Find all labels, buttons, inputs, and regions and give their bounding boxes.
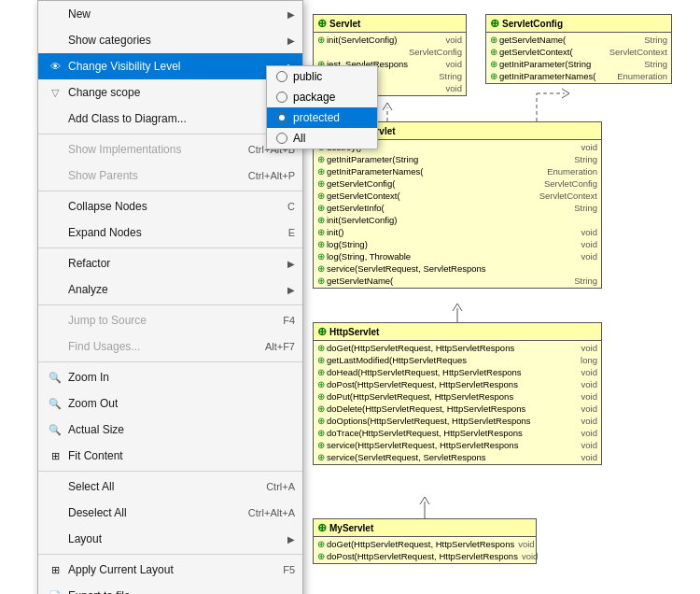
sep-1 (38, 134, 302, 134)
menu-item-zoom-out[interactable]: 🔍 Zoom Out (38, 390, 302, 417)
ms-row-1: ⊕doGet(HttpServletRequest, HttpServletRe… (317, 538, 532, 550)
menu-item-zoom-in[interactable]: 🔍 Zoom In (38, 364, 302, 390)
fit-content-icon: ⊞ (46, 446, 64, 465)
menu-item-actual-size[interactable]: 🔍 Actual Size (38, 417, 302, 443)
hs-row-1: ⊕doGet(HttpServletRequest, HttpServletRe… (317, 342, 597, 354)
zoom-out-icon: 🔍 (46, 394, 64, 413)
menu-item-expand-nodes[interactable]: Expand Nodes E (38, 219, 302, 246)
find-icon (46, 337, 64, 356)
gs-row-4: ⊕getServletConfig(ServletConfig (317, 177, 597, 190)
select-all-label: Select All (68, 480, 247, 493)
menu-item-refactor[interactable]: Refactor ▶ (38, 250, 302, 276)
submenu-item-public[interactable]: public (267, 66, 377, 87)
uml-class-httpservlet[interactable]: ⊕ HttpServlet ⊕doGet(HttpServletRequest,… (313, 322, 602, 465)
layout-label: Layout (68, 532, 287, 545)
menu-item-layout[interactable]: Layout ▶ (38, 526, 302, 552)
analyze-arrow: ▶ (287, 285, 295, 295)
zoom-in-icon: 🔍 (46, 368, 64, 387)
jump-label: Jump to Source (68, 314, 264, 327)
analyze-icon (46, 280, 64, 299)
all-label: All (293, 132, 305, 145)
collapse-shortcut: C (287, 201, 295, 212)
select-all-shortcut: Ctrl+A (266, 481, 295, 492)
zoom-out-label: Zoom Out (68, 397, 295, 410)
apply-layout-shortcut: F5 (283, 564, 295, 575)
submenu-item-package[interactable]: package (267, 87, 377, 107)
menu-item-change-visibility[interactable]: 👁 Change Visibility Level ▶ (38, 53, 302, 79)
sep-3 (38, 248, 302, 248)
find-label: Find Usages... (68, 340, 246, 353)
new-icon (46, 5, 64, 23)
radio-protected (276, 112, 287, 123)
gs-row-11: ⊕service(ServletRequest, ServletRespons (317, 262, 597, 275)
menu-item-select-all[interactable]: Select All Ctrl+A (38, 474, 302, 500)
gs-row-6: ⊕getServletInfo(String (317, 202, 597, 214)
actual-size-label: Actual Size (68, 423, 295, 436)
menu-item-deselect-all[interactable]: Deselect All Ctrl+Alt+A (38, 500, 302, 526)
jump-icon (46, 311, 64, 330)
jump-shortcut: F4 (283, 315, 295, 326)
menu-item-apply-layout[interactable]: ⊞ Apply Current Layout F5 (38, 557, 302, 583)
expand-label: Expand Nodes (68, 226, 270, 239)
actual-size-icon: 🔍 (46, 420, 64, 439)
layout-arrow: ▶ (287, 534, 295, 544)
sep-7 (38, 554, 302, 555)
zoom-in-label: Zoom In (68, 371, 295, 384)
gs-row-5: ⊕getServletContext(ServletContext (317, 190, 597, 202)
submenu-item-protected[interactable]: protected (267, 107, 377, 128)
menu-item-jump-to-source[interactable]: Jump to Source F4 (38, 307, 302, 333)
menu-item-new[interactable]: New ▶ (38, 1, 302, 27)
menu-item-change-scope[interactable]: ▽ Change scope ▶ (38, 79, 302, 106)
sep-2 (38, 191, 302, 191)
ms-row-2: ⊕doPost(HttpServletRequest, HttpServletR… (317, 550, 532, 562)
menu-item-fit-content[interactable]: ⊞ Fit Content (38, 443, 302, 469)
radio-public (276, 71, 287, 82)
export-icon: 📄 (46, 587, 64, 594)
menu-item-export[interactable]: 📄 Export to file (38, 583, 302, 594)
class-icon-httpservlet: ⊕ (317, 325, 327, 338)
menu-item-show-implementations[interactable]: Show Implementations Ctrl+Alt+B (38, 136, 302, 163)
find-shortcut: Alt+F7 (265, 341, 295, 352)
class-name-servletconfig: ServletConfig (502, 19, 563, 29)
menu-item-collapse-nodes[interactable]: Collapse Nodes C (38, 193, 302, 219)
public-label: public (293, 70, 322, 83)
show-categories-label: Show categories (68, 34, 287, 47)
new-arrow: ▶ (287, 9, 295, 20)
gs-row-8: ⊕init()void (317, 226, 597, 238)
hs-row-4: ⊕doPost(HttpServletRequest, HttpServletR… (317, 378, 597, 390)
uml-class-servletconfig[interactable]: ⊕ ServletConfig ⊕getServletName(String ⊕… (485, 14, 672, 84)
show-categories-icon (46, 31, 64, 50)
gs-row-12: ⊕getServletName(String (317, 275, 597, 287)
refactor-icon (46, 254, 64, 273)
show-parents-icon (46, 166, 64, 185)
apply-layout-label: Apply Current Layout (68, 563, 264, 576)
package-label: package (293, 91, 335, 104)
show-impl-icon (46, 140, 64, 159)
menu-item-show-categories[interactable]: Show categories ▶ (38, 27, 302, 53)
uml-class-myservlet[interactable]: ⊕ MyServlet ⊕doGet(HttpServletRequest, H… (313, 518, 537, 564)
menu-item-show-parents[interactable]: Show Parents Ctrl+Alt+P (38, 163, 302, 189)
hs-row-5: ⊕doPut(HttpServletRequest, HttpServletRe… (317, 390, 597, 403)
collapse-label: Collapse Nodes (68, 200, 269, 213)
sc-row-4: ⊕getInitParameterNames(Enumeration (490, 70, 667, 82)
radio-all (276, 133, 287, 144)
deselect-all-icon (46, 503, 64, 522)
menu-item-find-usages[interactable]: Find Usages... Alt+F7 (38, 333, 302, 360)
expand-icon (46, 223, 64, 242)
menu-item-add-class[interactable]: Add Class to Diagram... Space (38, 106, 302, 132)
protected-label: protected (293, 111, 340, 124)
gs-row-7: ⊕init(ServletConfig) (317, 214, 597, 226)
collapse-icon (46, 197, 64, 216)
change-visibility-label: Change Visibility Level (68, 60, 287, 73)
servlet-row-1: ⊕init(ServletConfig)void (317, 34, 462, 46)
submenu-item-all[interactable]: All (267, 128, 377, 148)
class-icon-servletconfig: ⊕ (490, 17, 499, 30)
show-categories-arrow: ▶ (287, 35, 295, 46)
sc-row-1: ⊕getServletName(String (490, 34, 667, 46)
menu-item-analyze[interactable]: Analyze ▶ (38, 276, 302, 303)
gs-row-10: ⊕log(String, Throwablevoid (317, 250, 597, 262)
add-class-icon (46, 109, 64, 128)
servlet-row-2: ServletConfig (317, 46, 462, 58)
select-all-icon (46, 477, 64, 496)
hs-row-2: ⊕getLastModified(HttpServletRequeslong (317, 354, 597, 366)
